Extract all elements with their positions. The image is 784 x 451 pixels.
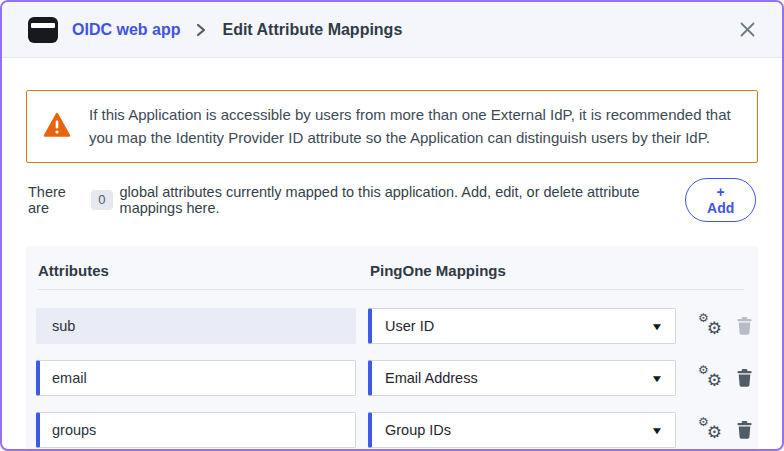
summary-suffix: global attributes currently mapped to th… [120, 184, 679, 216]
advanced-settings-gears-icon[interactable]: ⚙⚙ [698, 367, 722, 389]
advanced-settings-gears-icon[interactable]: ⚙⚙ [698, 419, 722, 441]
breadcrumb-app-link[interactable]: OIDC web app [72, 21, 180, 39]
attribute-name-input[interactable] [36, 360, 356, 396]
modal-window: OIDC web app Edit Attribute Mappings If … [0, 0, 784, 451]
column-header-pingone-mappings: PingOne Mappings [370, 262, 678, 279]
mapping-selected-value: Group IDs [385, 422, 451, 438]
pingone-mapping-dropdown[interactable]: Email Address ▼ [368, 360, 676, 396]
column-header-attributes: Attributes [38, 262, 358, 279]
page-title: Edit Attribute Mappings [222, 21, 402, 39]
add-mapping-button[interactable]: + Add [685, 178, 756, 222]
chevron-right-icon [196, 23, 206, 37]
summary-row: There are 0 global attributes currently … [28, 178, 756, 222]
warning-banner: If this Application is accessible by use… [26, 90, 758, 163]
delete-mapping-trash-icon[interactable] [737, 369, 752, 387]
mapping-rows: User ID ▼ ⚙⚙ Email Address ▼ ⚙⚙ [36, 308, 746, 448]
pingone-mapping-dropdown[interactable]: Group IDs ▼ [368, 412, 676, 448]
pingone-mapping-dropdown[interactable]: User ID ▼ [368, 308, 676, 344]
summary-prefix: There are [28, 184, 84, 216]
modal-body: If this Application is accessible by use… [2, 58, 782, 451]
mapping-selected-value: User ID [385, 318, 434, 334]
warning-text: If this Application is accessible by use… [89, 104, 737, 149]
mapping-row: Email Address ▼ ⚙⚙ [36, 360, 746, 396]
application-window-icon [28, 17, 58, 43]
attribute-count-badge: 0 [91, 190, 112, 210]
delete-mapping-trash-icon[interactable] [737, 421, 752, 439]
attribute-name-input[interactable] [36, 412, 356, 448]
mappings-table: Attributes PingOne Mappings User ID ▼ ⚙⚙ [26, 246, 758, 451]
mapping-row: User ID ▼ ⚙⚙ [36, 308, 746, 344]
mapping-row: Group IDs ▼ ⚙⚙ [36, 412, 746, 448]
mapping-selected-value: Email Address [385, 370, 478, 386]
close-icon[interactable] [735, 17, 760, 42]
caret-down-icon: ▼ [650, 373, 663, 384]
attribute-name-input [36, 308, 356, 344]
warning-triangle-icon [43, 112, 71, 142]
modal-header: OIDC web app Edit Attribute Mappings [2, 2, 782, 58]
caret-down-icon: ▼ [650, 321, 663, 332]
advanced-settings-gears-icon[interactable]: ⚙⚙ [698, 315, 722, 337]
table-header-row: Attributes PingOne Mappings [36, 262, 746, 289]
delete-mapping-trash-icon [737, 317, 752, 335]
caret-down-icon: ▼ [650, 425, 663, 436]
header-divider [38, 289, 744, 290]
